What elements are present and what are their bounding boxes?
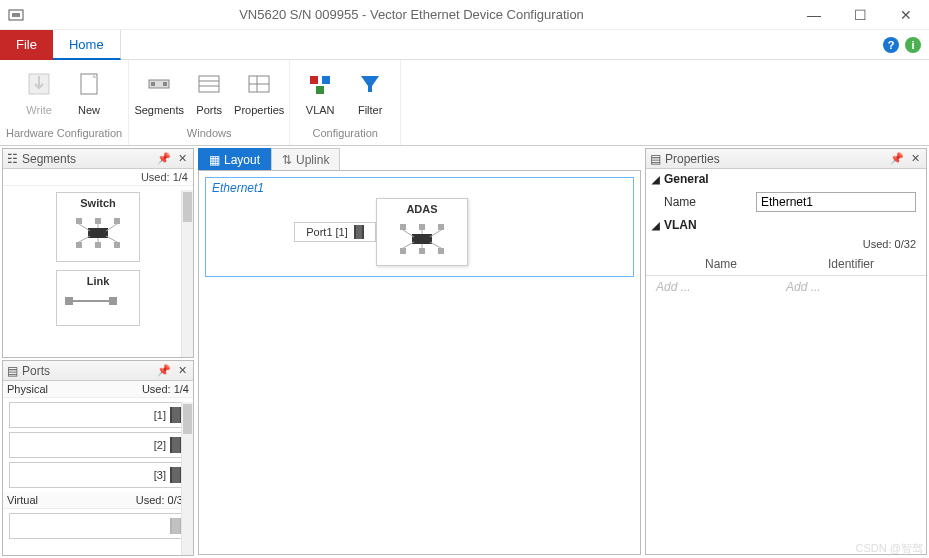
virtual-port-row[interactable] <box>9 513 187 539</box>
segments-used: Used: 1/4 <box>3 169 193 186</box>
svg-line-27 <box>106 224 117 231</box>
file-tab[interactable]: File <box>0 30 53 60</box>
svg-rect-6 <box>151 82 155 86</box>
write-button[interactable]: Write <box>15 64 63 127</box>
close-icon[interactable]: ✕ <box>908 152 922 165</box>
svg-rect-35 <box>400 224 406 230</box>
svg-rect-19 <box>76 218 82 224</box>
palette-switch[interactable]: Switch <box>56 192 140 262</box>
port-connector[interactable]: Port1 [1] <box>294 222 376 242</box>
minimize-button[interactable]: — <box>791 0 837 30</box>
new-icon <box>73 68 105 100</box>
svg-rect-7 <box>163 82 167 86</box>
svg-rect-8 <box>199 76 219 92</box>
svg-marker-17 <box>361 76 379 92</box>
segments-button[interactable]: Segments <box>135 64 183 127</box>
general-section[interactable]: ◢ General <box>646 169 926 189</box>
switch-icon <box>392 219 452 259</box>
collapse-icon: ◢ <box>652 174 660 185</box>
ports-icon <box>193 68 225 100</box>
ports-virtual-header: Virtual Used: 0/32 <box>3 492 193 509</box>
properties-title: Properties <box>665 152 886 166</box>
svg-line-44 <box>403 242 414 248</box>
name-input[interactable] <box>756 192 916 212</box>
port-plug-icon <box>354 225 364 239</box>
svg-rect-34 <box>412 234 432 244</box>
uplink-tab[interactable]: ⇅ Uplink <box>271 148 340 170</box>
link-icon <box>61 291 121 311</box>
switch-icon <box>68 213 128 253</box>
info-icon[interactable]: i <box>905 37 921 53</box>
port-row-2[interactable]: [2] <box>9 432 187 458</box>
svg-line-25 <box>79 224 90 231</box>
home-tab[interactable]: Home <box>53 30 121 60</box>
layout-tab[interactable]: ▦ Layout <box>198 148 271 170</box>
filter-button[interactable]: Filter <box>346 64 394 127</box>
pin-icon[interactable]: 📌 <box>157 364 171 377</box>
properties-button[interactable]: Properties <box>235 64 283 127</box>
svg-rect-31 <box>65 297 73 305</box>
ports-button[interactable]: Ports <box>185 64 233 127</box>
svg-rect-15 <box>322 76 330 84</box>
segments-panel: ☷ Segments 📌 ✕ Used: 1/4 Switch <box>2 148 194 358</box>
vlan-button[interactable]: VLAN <box>296 64 344 127</box>
port-row-1[interactable]: [1] <box>9 402 187 428</box>
properties-header-icon: ▤ <box>650 152 661 166</box>
properties-icon <box>243 68 275 100</box>
ports-physical-header: Physical Used: 1/4 <box>3 381 193 398</box>
vlan-add-row[interactable]: Add ... Add ... <box>646 276 926 298</box>
svg-rect-14 <box>310 76 318 84</box>
vlan-section[interactable]: ◢ VLAN <box>646 215 926 235</box>
scrollbar[interactable] <box>181 190 193 357</box>
app-icon <box>4 3 28 27</box>
ports-header-icon: ▤ <box>7 364 18 378</box>
window-title: VN5620 S/N 009955 - Vector Ethernet Devi… <box>32 7 791 22</box>
ribbon-group-hw: Hardware Configuration <box>6 127 122 141</box>
ports-title: Ports <box>22 364 153 378</box>
close-icon[interactable]: ✕ <box>175 152 189 165</box>
svg-rect-22 <box>76 242 82 248</box>
pin-icon[interactable]: 📌 <box>157 152 171 165</box>
layout-tab-icon: ▦ <box>209 153 220 167</box>
close-icon[interactable]: ✕ <box>175 364 189 377</box>
scrollbar[interactable] <box>181 402 193 555</box>
maximize-button[interactable]: ☐ <box>837 0 883 30</box>
svg-line-30 <box>106 236 117 242</box>
vlan-icon <box>304 68 336 100</box>
ribbon-group-windows: Windows <box>187 127 232 141</box>
name-label: Name <box>664 195 750 209</box>
collapse-icon: ◢ <box>652 220 660 231</box>
ports-panel: ▤ Ports 📌 ✕ Physical Used: 1/4 [1] [2] <box>2 360 194 556</box>
segments-header-icon: ☷ <box>7 152 18 166</box>
ribbon: Write New Hardware Configuration Segment… <box>0 60 929 146</box>
filter-icon <box>354 68 386 100</box>
palette-link[interactable]: Link <box>56 270 140 326</box>
svg-rect-23 <box>95 242 101 248</box>
svg-rect-39 <box>419 248 425 254</box>
svg-rect-32 <box>109 297 117 305</box>
watermark: CSDN @智驾 <box>856 541 923 556</box>
svg-rect-40 <box>438 248 444 254</box>
properties-panel: ▤ Properties 📌 ✕ ◢ General Name ◢ VLAN <box>645 148 927 555</box>
svg-rect-18 <box>88 228 108 238</box>
pin-icon[interactable]: 📌 <box>890 152 904 165</box>
port-row-3[interactable]: [3] <box>9 462 187 488</box>
design-canvas[interactable]: Ethernet1 Port1 [1] ADAS <box>198 170 641 555</box>
segments-icon <box>143 68 175 100</box>
adas-node[interactable]: ADAS <box>376 198 468 266</box>
help-icon[interactable]: ? <box>883 37 899 53</box>
ribbon-group-config: Configuration <box>312 127 377 141</box>
svg-line-43 <box>430 230 441 237</box>
svg-rect-37 <box>438 224 444 230</box>
close-button[interactable]: ✕ <box>883 0 929 30</box>
svg-line-28 <box>79 236 90 242</box>
title-bar: VN5620 S/N 009955 - Vector Ethernet Devi… <box>0 0 929 30</box>
write-icon <box>23 68 55 100</box>
svg-line-41 <box>403 230 414 237</box>
new-button[interactable]: New <box>65 64 113 127</box>
uplink-tab-icon: ⇅ <box>282 153 292 167</box>
segments-title: Segments <box>22 152 153 166</box>
svg-rect-20 <box>95 218 101 224</box>
segment-ethernet1[interactable]: Ethernet1 Port1 [1] ADAS <box>205 177 634 277</box>
svg-rect-36 <box>419 224 425 230</box>
